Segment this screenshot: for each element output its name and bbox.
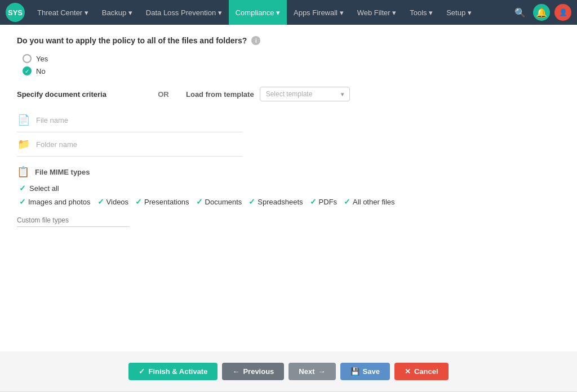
file-type-item[interactable]: ✓Documents xyxy=(196,197,242,206)
file-type-check-icon: ✓ xyxy=(196,197,203,206)
nav-right: 🔍 🔔 👤 xyxy=(512,4,571,21)
file-type-item[interactable]: ✓Images and photos xyxy=(19,197,91,206)
mime-header: 📋 File MIME types xyxy=(17,166,411,178)
file-type-label: Images and photos xyxy=(28,198,91,206)
file-type-item[interactable]: ✓Presentations xyxy=(135,197,189,206)
mime-section: 📋 File MIME types ✓ Select all ✓Images a… xyxy=(17,166,411,227)
file-type-label: PDFs xyxy=(319,198,338,206)
nav-item-backup[interactable]: Backup ▾ xyxy=(95,0,139,25)
nav-item-setup[interactable]: Setup ▾ xyxy=(440,0,478,25)
finish-check-icon: ✓ xyxy=(139,367,145,376)
file-type-check-icon: ✓ xyxy=(248,197,255,206)
search-icon[interactable]: 🔍 xyxy=(512,4,529,21)
select-all-check-icon: ✓ xyxy=(19,184,26,193)
previous-arrow-icon: ← xyxy=(232,367,239,376)
file-type-check-icon: ✓ xyxy=(344,197,350,206)
radio-no-circle xyxy=(23,66,32,75)
finish-activate-label: Finish & Activate xyxy=(148,367,207,376)
nav-item-tools[interactable]: Tools ▾ xyxy=(403,0,440,25)
file-type-check-icon: ✓ xyxy=(135,197,142,206)
info-icon[interactable]: i xyxy=(251,36,260,45)
folder-name-field[interactable]: 📁 Folder name xyxy=(17,132,242,157)
radio-no-label: No xyxy=(36,67,46,75)
folder-name-label: Folder name xyxy=(36,140,242,149)
file-type-label: All other files xyxy=(353,198,394,206)
save-label: Save xyxy=(363,367,380,376)
next-button[interactable]: Next → xyxy=(288,363,335,380)
user-avatar[interactable]: 👤 xyxy=(554,4,571,21)
file-type-item[interactable]: ✓Spreadsheets xyxy=(248,197,303,206)
file-type-item[interactable]: ✓PDFs xyxy=(310,197,338,206)
mime-title: File MIME types xyxy=(35,168,90,176)
policy-question-row: Do you want to apply the policy to all o… xyxy=(17,36,560,45)
file-icon: 📄 xyxy=(17,114,30,126)
template-select[interactable]: Select template xyxy=(260,87,350,101)
previous-label: Previous xyxy=(243,367,274,376)
finish-activate-button[interactable]: ✓ Finish & Activate xyxy=(128,363,218,380)
logo-text: SYS xyxy=(8,9,23,16)
nav-items: Threat Center ▾Backup ▾Data Loss Prevent… xyxy=(30,0,512,25)
save-button[interactable]: 💾 Save xyxy=(340,363,390,380)
file-type-check-icon: ✓ xyxy=(310,197,317,206)
cancel-label: Cancel xyxy=(414,367,438,376)
action-bar: ✓ Finish & Activate ← Previous Next → 💾 … xyxy=(0,351,577,391)
file-name-field[interactable]: 📄 File name xyxy=(17,108,242,132)
main-content: Do you want to apply the policy to all o… xyxy=(0,25,577,351)
file-name-label: File name xyxy=(36,116,242,124)
folder-icon: 📁 xyxy=(17,138,30,150)
save-disk-icon: 💾 xyxy=(350,367,359,376)
policy-question-text: Do you want to apply the policy to all o… xyxy=(17,36,247,45)
yes-no-radio-group: Yes No xyxy=(17,54,560,75)
criteria-title: Specify document criteria xyxy=(17,90,141,99)
radio-no-option[interactable]: No xyxy=(23,66,560,75)
file-type-label: Presentations xyxy=(144,198,189,206)
file-type-label: Videos xyxy=(106,198,129,206)
file-type-label: Spreadsheets xyxy=(258,198,303,206)
nav-item-threat-center[interactable]: Threat Center ▾ xyxy=(30,0,95,25)
logo-icon: SYS xyxy=(6,3,25,22)
select-all-row[interactable]: ✓ Select all xyxy=(17,184,411,193)
notification-icon[interactable]: 🔔 xyxy=(533,4,550,21)
nav-item-web-filter[interactable]: Web Filter ▾ xyxy=(350,0,403,25)
file-type-label: Documents xyxy=(205,198,242,206)
criteria-header: Specify document criteria OR Load from t… xyxy=(17,87,560,101)
select-all-label: Select all xyxy=(29,184,59,193)
radio-yes-circle xyxy=(23,54,32,63)
radio-yes-option[interactable]: Yes xyxy=(23,54,560,63)
cancel-x-icon: ✕ xyxy=(405,367,411,376)
nav-item-compliance[interactable]: Compliance ▾ xyxy=(229,0,287,25)
next-arrow-icon: → xyxy=(318,367,326,376)
navbar: SYS Threat Center ▾Backup ▾Data Loss Pre… xyxy=(0,0,577,25)
previous-button[interactable]: ← Previous xyxy=(222,363,284,380)
logo: SYS xyxy=(6,3,25,22)
file-types-row: ✓Images and photos✓Videos✓Presentations✓… xyxy=(17,197,411,206)
or-label: OR xyxy=(141,90,186,99)
load-template-label: Load from template xyxy=(186,90,254,99)
file-type-check-icon: ✓ xyxy=(19,197,26,206)
radio-yes-label: Yes xyxy=(36,55,48,63)
nav-item-apps-firewall[interactable]: Apps Firewall ▾ xyxy=(287,0,350,25)
cancel-button[interactable]: ✕ Cancel xyxy=(394,363,449,380)
file-type-item[interactable]: ✓Videos xyxy=(97,197,129,206)
nav-item-data-loss-prevention[interactable]: Data Loss Prevention ▾ xyxy=(139,0,229,25)
next-label: Next xyxy=(299,367,314,376)
custom-file-types-input[interactable] xyxy=(17,214,130,227)
file-type-check-icon: ✓ xyxy=(97,197,104,206)
load-from-template: Load from template Select template xyxy=(186,87,350,101)
mime-file-icon: 📋 xyxy=(17,166,29,178)
template-select-wrapper[interactable]: Select template xyxy=(260,87,350,101)
file-type-item[interactable]: ✓All other files xyxy=(344,197,394,206)
